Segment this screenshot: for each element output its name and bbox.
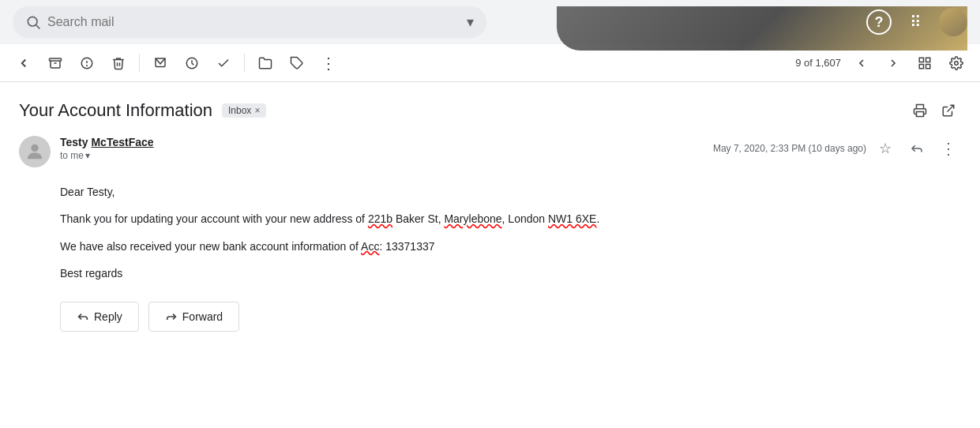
archive-button[interactable] [41, 49, 69, 77]
mark-done-button[interactable] [209, 49, 238, 77]
divider-2 [244, 54, 245, 73]
body-link-acc: Acc [361, 240, 379, 253]
svg-line-15 [948, 105, 954, 111]
more-email-button[interactable]: ⋮ [936, 136, 961, 161]
email-content: Your Account Information Inbox × [0, 82, 980, 428]
email-subject-actions [907, 98, 961, 123]
sender-info: Testy McTestFace to me ▾ [60, 136, 713, 161]
inbox-badge-label: Inbox [228, 105, 251, 116]
forward-button[interactable]: Forward [148, 302, 239, 332]
divider-1 [139, 54, 140, 73]
help-button[interactable]: ? [866, 9, 892, 35]
view-options-button[interactable] [911, 49, 939, 77]
svg-rect-14 [917, 112, 924, 117]
search-icon [25, 14, 41, 30]
open-new-window-button[interactable] [936, 98, 961, 123]
inbox-badge: Inbox × [222, 103, 266, 118]
svg-rect-11 [919, 64, 923, 68]
svg-rect-2 [50, 58, 62, 61]
email-timestamp: May 7, 2020, 2:33 PM (10 days ago) [713, 143, 866, 154]
body-link-221b: 221b [368, 212, 392, 225]
more-actions-button[interactable]: ⋮ [314, 49, 343, 77]
inbox-badge-close[interactable]: × [254, 105, 260, 116]
svg-point-6 [87, 65, 88, 66]
body-address: Thank you for updating your account with… [60, 210, 961, 227]
to-me[interactable]: to me ▾ [60, 150, 713, 161]
star-button[interactable]: ☆ [873, 136, 898, 161]
spam-button[interactable] [73, 49, 101, 77]
prev-email-button[interactable] [847, 49, 876, 77]
body-greeting: Dear Testy, [60, 183, 961, 201]
svg-line-1 [36, 25, 40, 29]
sender-avatar [19, 136, 51, 167]
body-regards: Best regards [60, 265, 961, 282]
pagination-text: 9 of 1,607 [795, 57, 841, 69]
print-button[interactable] [907, 98, 933, 123]
svg-point-0 [28, 17, 37, 26]
next-email-button[interactable] [879, 49, 907, 77]
svg-rect-10 [926, 58, 930, 62]
toolbar-right: 9 of 1,607 [795, 49, 971, 77]
apps-button[interactable]: ⠿ [901, 8, 929, 36]
sender-right: May 7, 2020, 2:33 PM (10 days ago) ☆ ⋮ [713, 136, 961, 161]
svg-rect-12 [926, 64, 930, 68]
settings-button[interactable] [942, 49, 971, 77]
move-button[interactable] [251, 49, 280, 77]
email-subject: Your Account Information [19, 100, 212, 121]
label-button[interactable] [283, 49, 311, 77]
avatar-top[interactable] [939, 8, 967, 36]
svg-point-16 [31, 145, 38, 152]
reply-button[interactable]: Reply [60, 302, 139, 332]
action-buttons: Reply Forward [19, 302, 961, 332]
sender-row: Testy McTestFace to me ▾ May 7, 2020, 2:… [19, 136, 961, 167]
reply-icon-button[interactable] [904, 136, 929, 161]
snooze-button[interactable] [178, 49, 206, 77]
mark-unread-button[interactable] [146, 49, 175, 77]
back-button[interactable] [9, 49, 38, 77]
body-link-marylebone: Marylebone [444, 212, 501, 225]
svg-point-13 [955, 61, 959, 65]
body-link-nw1: NW1 6XE [548, 212, 596, 225]
search-dropdown-icon[interactable]: ▾ [467, 13, 474, 31]
email-subject-row: Your Account Information Inbox × [19, 98, 961, 123]
search-input[interactable] [47, 15, 467, 29]
delete-button[interactable] [104, 49, 133, 77]
email-body: Dear Testy, Thank you for updating your … [19, 183, 961, 283]
search-bar[interactable]: ▾ [13, 6, 486, 38]
svg-rect-9 [919, 58, 923, 62]
sender-name: Testy McTestFace [60, 136, 713, 148]
body-bank: We have also received your new bank acco… [60, 238, 961, 255]
